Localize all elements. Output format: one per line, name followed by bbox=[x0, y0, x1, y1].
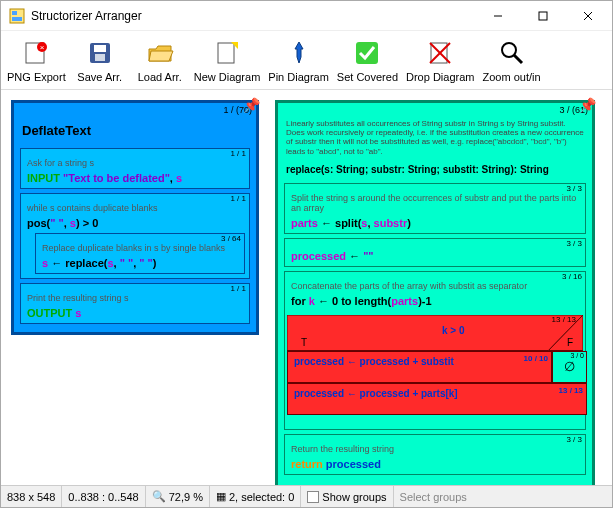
block-comment: Split the string s around the occurrence… bbox=[285, 193, 585, 215]
block-comment: Print the resulting string s bbox=[21, 293, 249, 305]
block-code: s ← replace(s, " ", " ") bbox=[36, 255, 244, 273]
block-code: processed ← processed + substit bbox=[294, 356, 454, 367]
block-code: for k ← 0 to length(parts)-1 bbox=[285, 293, 585, 311]
tool-label: Zoom out/in bbox=[482, 71, 540, 83]
save-arr-button[interactable]: Save Arr. bbox=[70, 35, 130, 85]
diagram-signature: replace(s: String; substr: String; subst… bbox=[278, 160, 592, 183]
block-count: 1 / 1 bbox=[21, 194, 249, 203]
drop-diagram-button[interactable]: Drop Diagram bbox=[402, 35, 478, 85]
status-dimensions: 838 x 548 bbox=[1, 486, 62, 507]
svg-marker-21 bbox=[287, 315, 583, 351]
block-replace[interactable]: 3 / 64 Replace duplicate blanks in s by … bbox=[35, 233, 245, 274]
block-comment: Replace duplicate blanks in s by single … bbox=[36, 243, 244, 255]
branch-true-label: T bbox=[301, 337, 307, 348]
block-comment: Ask for a string s bbox=[21, 158, 249, 170]
show-groups-toggle[interactable]: Show groups bbox=[301, 486, 393, 507]
block-count: 1 / 1 bbox=[21, 284, 249, 293]
titlebar: Structorizer Arranger bbox=[1, 1, 612, 31]
select-groups-button[interactable]: Select groups bbox=[394, 486, 473, 507]
pin-icon bbox=[283, 37, 315, 69]
block-code: OUTPUT s bbox=[21, 305, 249, 323]
svg-rect-11 bbox=[94, 45, 106, 52]
tool-label: New Diagram bbox=[194, 71, 261, 83]
branch-false-label: F bbox=[567, 337, 573, 348]
condition-expr: k > 0 bbox=[442, 325, 465, 336]
app-icon bbox=[9, 8, 25, 24]
pin-icon: 📌 bbox=[243, 97, 260, 113]
png-export-button[interactable]: × PNG Export bbox=[3, 35, 70, 85]
svg-text:×: × bbox=[40, 43, 45, 52]
svg-rect-1 bbox=[12, 11, 17, 15]
status-selection: ▦2, selected: 0 bbox=[210, 486, 301, 507]
diagram-description: Linearly substitutes all occurrences of … bbox=[278, 117, 592, 160]
statusbar: 838 x 548 0..838 : 0..548 🔍72,9 % ▦2, se… bbox=[1, 485, 612, 507]
tool-label: Set Covered bbox=[337, 71, 398, 83]
set-covered-button[interactable]: Set Covered bbox=[333, 35, 402, 85]
block-code: processed ← processed + parts[k] bbox=[294, 388, 458, 399]
close-button[interactable] bbox=[565, 2, 610, 30]
tool-label: Save Arr. bbox=[77, 71, 122, 83]
diagram-header-count: 3 / (61) bbox=[278, 103, 592, 117]
diagram-deflatetext[interactable]: 📌 1 / (70) DeflateText 1 / 1 Ask for a s… bbox=[11, 100, 259, 335]
diagram-title: DeflateText bbox=[14, 117, 256, 148]
svg-rect-4 bbox=[539, 12, 547, 20]
block-init-processed[interactable]: 3 / 3 processed ← "" bbox=[284, 238, 586, 267]
toolbar: × PNG Export Save Arr. Load Arr. New Dia… bbox=[1, 31, 612, 90]
branch-condition[interactable]: 13 / 13 k > 0 T F 10 / 10 processed ← pr… bbox=[287, 315, 583, 427]
tool-label: PNG Export bbox=[7, 71, 66, 83]
block-for[interactable]: 3 / 16 Concatenate the parts of the arra… bbox=[284, 271, 586, 430]
save-icon bbox=[84, 37, 116, 69]
zoom-icon: 🔍 bbox=[152, 490, 166, 503]
pin-diagram-button[interactable]: Pin Diagram bbox=[264, 35, 333, 85]
block-code: parts ← split(s, substr) bbox=[285, 215, 585, 233]
check-icon bbox=[351, 37, 383, 69]
branch-false-body[interactable]: 3 / 0 ∅ bbox=[552, 351, 587, 383]
block-count: 13 / 13 bbox=[552, 315, 576, 324]
block-code: return processed bbox=[285, 456, 585, 474]
block-count: 3 / 16 bbox=[285, 272, 585, 281]
maximize-button[interactable] bbox=[520, 2, 565, 30]
tool-label: Drop Diagram bbox=[406, 71, 474, 83]
block-append-part[interactable]: 13 / 13 processed ← processed + parts[k] bbox=[287, 383, 587, 415]
layers-icon: ▦ bbox=[216, 490, 226, 503]
export-icon: × bbox=[20, 37, 52, 69]
block-count: 3 / 0 bbox=[553, 352, 586, 359]
block-return[interactable]: 3 / 3 Return the resulting string return… bbox=[284, 434, 586, 475]
tool-label: Load Arr. bbox=[138, 71, 182, 83]
block-count: 3 / 64 bbox=[36, 234, 244, 243]
window-title: Structorizer Arranger bbox=[31, 9, 475, 23]
svg-rect-2 bbox=[12, 17, 22, 21]
drop-icon bbox=[424, 37, 456, 69]
block-comment: Return the resulting string bbox=[285, 444, 585, 456]
svg-rect-13 bbox=[218, 43, 234, 63]
block-comment: while s contains duplicate blanks bbox=[21, 203, 249, 215]
block-count: 3 / 3 bbox=[285, 239, 585, 248]
block-code: processed ← "" bbox=[285, 248, 585, 266]
status-range: 0..838 : 0..548 bbox=[62, 486, 145, 507]
block-count: 1 / 1 bbox=[21, 149, 249, 158]
branch-true-body[interactable]: 10 / 10 processed ← processed + substit bbox=[287, 351, 552, 383]
block-output[interactable]: 1 / 1 Print the resulting string s OUTPU… bbox=[20, 283, 250, 324]
new-diagram-button[interactable]: New Diagram bbox=[190, 35, 265, 85]
block-while[interactable]: 1 / 1 while s contains duplicate blanks … bbox=[20, 193, 250, 279]
block-count: 3 / 3 bbox=[285, 435, 585, 444]
checkbox-icon bbox=[307, 491, 319, 503]
status-zoom: 🔍72,9 % bbox=[146, 486, 210, 507]
zoom-button[interactable]: Zoom out/in bbox=[478, 35, 544, 85]
folder-open-icon bbox=[144, 37, 176, 69]
block-code: pos(" ", s) > 0 bbox=[21, 215, 249, 233]
load-arr-button[interactable]: Load Arr. bbox=[130, 35, 190, 85]
block-input[interactable]: 1 / 1 Ask for a string s INPUT "Text to … bbox=[20, 148, 250, 189]
block-split[interactable]: 3 / 3 Split the string s around the occu… bbox=[284, 183, 586, 234]
block-code: INPUT "Text to be deflated", s bbox=[21, 170, 249, 188]
svg-rect-15 bbox=[356, 42, 378, 64]
block-comment: Concatenate the parts of the array with … bbox=[285, 281, 585, 293]
diagram-canvas[interactable]: 📌 1 / (70) DeflateText 1 / 1 Ask for a s… bbox=[1, 90, 612, 485]
minimize-button[interactable] bbox=[475, 2, 520, 30]
block-count: 3 / 3 bbox=[285, 184, 585, 193]
zoom-icon bbox=[496, 37, 528, 69]
svg-point-19 bbox=[502, 43, 516, 57]
diagram-replace[interactable]: 📌 3 / (61) Linearly substitutes all occu… bbox=[275, 100, 595, 485]
diagram-header-count: 1 / (70) bbox=[14, 103, 256, 117]
block-count: 13 / 13 bbox=[559, 386, 583, 395]
